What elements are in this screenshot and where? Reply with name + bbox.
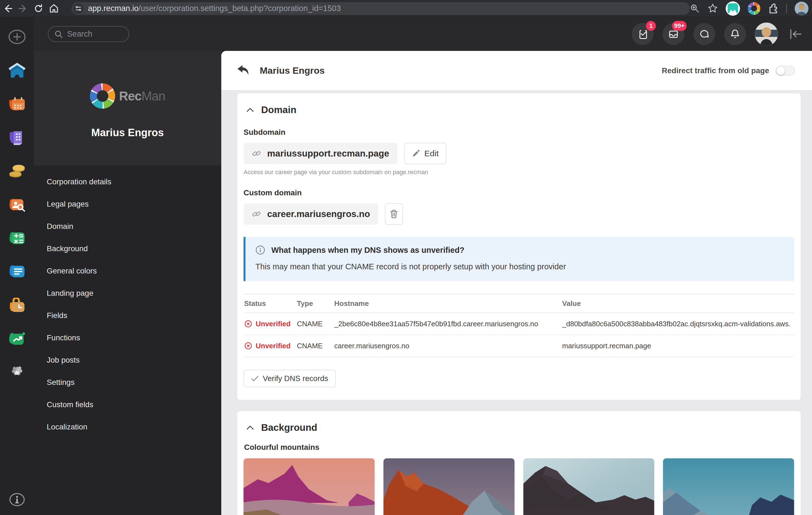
edit-subdomain-button[interactable]: Edit — [404, 143, 446, 164]
table-row: Unverified CNAME _2be6c80e4b8ee31aa57f5b… — [243, 313, 794, 335]
browser-profile-avatar[interactable] — [795, 2, 808, 16]
settings-gear-icon[interactable] — [5, 361, 29, 384]
sidebar-item-legal-pages[interactable]: Legal pages — [34, 193, 221, 215]
main-content: Marius Engros Redirect traffic from old … — [221, 51, 812, 515]
finance-coins-icon[interactable] — [5, 160, 29, 183]
background-option-pink: Pink — [243, 458, 375, 515]
background-section: Background Colourful mountains — [237, 411, 801, 515]
delete-custom-domain-button[interactable] — [385, 203, 403, 225]
analytics-icon[interactable] — [5, 327, 29, 351]
link-icon — [252, 149, 261, 158]
sidebar-item-corporation-details[interactable]: Corporation details — [34, 170, 221, 193]
collapse-chevron-icon[interactable] — [246, 425, 254, 430]
dns-info-title: What happens when my DNS shows as unveri… — [271, 246, 465, 255]
tasks-button[interactable]: 1 — [632, 23, 654, 45]
inbox-button[interactable]: 99+ — [663, 23, 685, 45]
check-icon — [251, 376, 258, 382]
page-header: Marius Engros Redirect traffic from old … — [221, 51, 812, 91]
user-avatar[interactable] — [755, 23, 778, 46]
sidebar-item-general-colors[interactable]: General colors — [34, 260, 221, 282]
search-input[interactable]: Search — [48, 26, 129, 42]
subdomain-value: mariussupport.recman.page — [267, 148, 389, 159]
info-icon[interactable] — [5, 488, 29, 511]
app-topbar: Search 1 99+ — [34, 17, 812, 51]
trash-icon — [390, 210, 398, 218]
browser-forward-icon[interactable] — [16, 1, 31, 16]
subdomain-value-pill: mariussupport.recman.page — [243, 143, 398, 164]
extensions-puzzle-icon[interactable] — [768, 3, 779, 14]
background-thumbnail-blue[interactable] — [663, 458, 794, 515]
domain-section-title: Domain — [261, 104, 296, 115]
chat-button[interactable] — [693, 23, 715, 45]
sidebar-item-fields[interactable]: Fields — [34, 304, 221, 327]
sidebar-item-localization[interactable]: Localization — [34, 416, 221, 438]
screen: app.recman.io/user/corporation.settings_… — [0, 0, 812, 515]
redirect-traffic-label: Redirect traffic from old page — [662, 66, 769, 75]
collapse-panel-icon[interactable] — [789, 29, 802, 39]
table-row: Unverified CNAME career.mariusengros.no … — [243, 335, 794, 357]
accounting-icon[interactable] — [5, 227, 29, 250]
vpn-extension-icon[interactable] — [726, 1, 740, 16]
zoom-icon[interactable] — [690, 4, 700, 13]
candidate-search-icon[interactable] — [5, 193, 29, 216]
browser-address-bar[interactable]: app.recman.io/user/corporation.settings_… — [71, 2, 690, 15]
recman-logo-icon — [90, 83, 115, 109]
back-button[interactable] — [234, 62, 252, 80]
sidebar-item-job-posts[interactable]: Job posts — [34, 349, 221, 371]
app-rail — [0, 17, 34, 515]
inbox-badge: 99+ — [672, 21, 687, 31]
background-option-blue: Blue — [663, 458, 794, 515]
background-option-dark: Dark — [523, 458, 655, 515]
add-plus-icon[interactable] — [5, 25, 29, 48]
toolbar-divider — [786, 4, 787, 13]
settings-menu: Corporation details Legal pages Domain B… — [34, 166, 221, 515]
background-thumbnail-pink[interactable] — [243, 458, 375, 515]
background-section-title: Background — [261, 422, 317, 433]
browser-home-icon[interactable] — [46, 1, 62, 16]
dns-records-table: Status Type Hostname Value Unverified — [243, 294, 794, 357]
redirect-traffic-toggle[interactable] — [776, 66, 795, 76]
home-icon[interactable] — [5, 59, 29, 82]
background-thumbnail-orange[interactable] — [383, 458, 515, 515]
custom-domain-value: career.mariusengros.no — [267, 209, 370, 219]
background-option-orange: Orange — [383, 458, 515, 515]
sidebar-item-functions[interactable]: Functions — [34, 327, 221, 349]
sidebar-item-background[interactable]: Background — [34, 237, 221, 260]
calendar-icon[interactable] — [5, 92, 29, 115]
info-circle-icon — [255, 245, 265, 255]
settings-scroll-area[interactable]: Domain Subdomain mariussupport.recman.pa… — [221, 91, 812, 515]
status-badge: Unverified — [244, 320, 297, 328]
dns-info-body: This may mean that your CNAME record is … — [255, 262, 784, 271]
company-icon[interactable] — [5, 126, 29, 149]
subdomain-label: Subdomain — [243, 128, 794, 137]
unverified-icon — [244, 342, 252, 350]
verify-dns-button[interactable]: Verify DNS records — [243, 370, 336, 387]
background-group-label: Colourful mountains — [243, 443, 794, 452]
dns-info-box: What happens when my DNS shows as unveri… — [243, 237, 794, 281]
time-tracking-icon[interactable] — [5, 294, 29, 317]
custom-domain-value-pill: career.mariusengros.no — [243, 203, 378, 225]
notifications-bell-button[interactable] — [724, 23, 746, 45]
sidebar-item-custom-fields[interactable]: Custom fields — [34, 394, 221, 416]
sidebar-item-landing-page[interactable]: Landing page — [34, 282, 221, 304]
unverified-icon — [244, 320, 252, 328]
bookmark-star-icon[interactable] — [707, 3, 718, 14]
sidebar-item-settings[interactable]: Settings — [34, 371, 221, 394]
browser-back-icon[interactable] — [0, 1, 16, 16]
domain-section: Domain Subdomain mariussupport.recman.pa… — [237, 93, 801, 400]
link-icon — [252, 209, 261, 219]
site-settings-icon[interactable] — [73, 3, 84, 14]
browser-reload-icon[interactable] — [31, 1, 46, 16]
settings-sidebar: RecMan Marius Engros Corporation details… — [34, 51, 221, 515]
search-placeholder: Search — [67, 29, 92, 38]
collapse-chevron-icon[interactable] — [246, 107, 254, 112]
url-text: app.recman.io/user/corporation.settings_… — [88, 4, 341, 13]
background-thumbnail-dark[interactable] — [523, 458, 655, 515]
corporation-name: Marius Engros — [91, 127, 164, 139]
documents-icon[interactable] — [5, 260, 29, 283]
sidebar-item-domain[interactable]: Domain — [34, 215, 221, 237]
page-title: Marius Engros — [260, 65, 325, 76]
recman-extension-icon[interactable] — [748, 2, 760, 15]
browser-toolbar: app.recman.io/user/corporation.settings_… — [0, 0, 812, 17]
subdomain-helper-text: Access our career page via your custom s… — [243, 169, 794, 176]
